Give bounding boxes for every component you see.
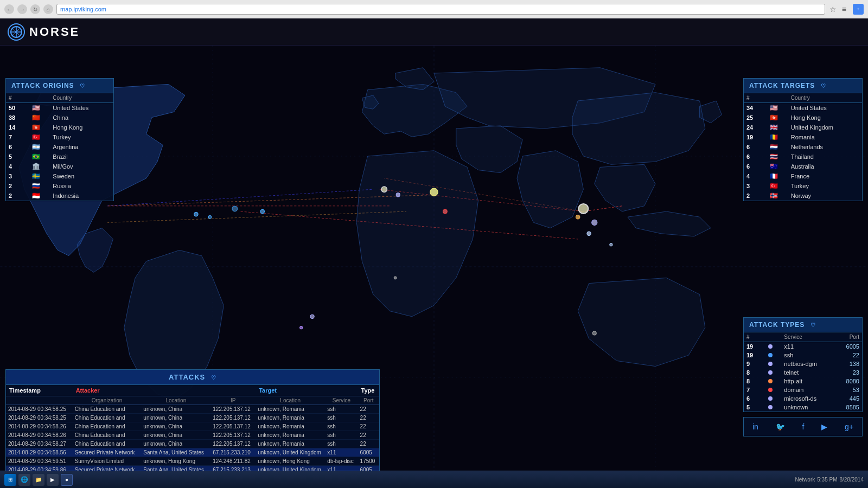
list-item[interactable]: 34 🇺🇸 United States bbox=[744, 103, 862, 113]
count-cell: 2 bbox=[6, 191, 29, 201]
list-item[interactable]: 3 🇹🇷 Turkey bbox=[744, 181, 862, 191]
list-item[interactable]: 9 netbios-dgm 138 bbox=[744, 359, 862, 368]
linkedin-icon[interactable]: in bbox=[752, 422, 758, 431]
reload-button[interactable]: ↻ bbox=[30, 4, 40, 14]
home-button[interactable]: ⌂ bbox=[43, 4, 53, 14]
menu-icon[interactable]: ≡ bbox=[842, 5, 846, 14]
country-cell: Australia bbox=[788, 162, 862, 171]
youtube-icon[interactable]: ▶ bbox=[821, 422, 827, 431]
attack-origins-toggle[interactable]: ♡ bbox=[80, 83, 85, 89]
list-item[interactable]: 6 microsoft-ds 445 bbox=[744, 394, 862, 403]
list-item[interactable]: 25 🇭🇰 Hong Kong bbox=[744, 113, 862, 123]
table-row[interactable]: 2014-08-29 00:34:59.51 SunnyVision Limit… bbox=[6, 457, 379, 466]
table-row[interactable]: 2014-08-29 00:34:58.25 China Education a… bbox=[6, 414, 379, 422]
ip-cell: 124.248.211.82 bbox=[210, 457, 256, 466]
list-item[interactable]: 2 🇷🇺 Russia bbox=[6, 181, 113, 191]
attack-targets-panel: ATTACK TARGETS ♡ # Country 34 🇺🇸 United … bbox=[743, 78, 863, 201]
list-item[interactable]: 6 🇹🇭 Thailand bbox=[744, 152, 862, 162]
attack-targets-header: ATTACK TARGETS ♡ bbox=[744, 79, 862, 93]
extension-button[interactable]: + bbox=[853, 4, 864, 15]
count-cell: 9 bbox=[744, 359, 765, 368]
table-row[interactable]: 2014-08-29 00:34:58.56 Secured Private N… bbox=[6, 448, 379, 457]
bookmark-icon[interactable]: ☆ bbox=[829, 5, 837, 14]
service-cell: unknown bbox=[781, 403, 835, 412]
taskbar: ⊞ 🌐 📁 ▶ ● Network 5:35 PM 8/28/2014 bbox=[0, 471, 868, 488]
attack-targets-title: ATTACK TARGETS bbox=[749, 82, 815, 89]
attacks-toggle[interactable]: ♡ bbox=[211, 375, 216, 381]
list-item[interactable]: 2 🇳🇴 Norway bbox=[744, 191, 862, 201]
list-item[interactable]: 3 🇸🇪 Sweden bbox=[6, 171, 113, 181]
list-item[interactable]: 8 http-alt 8080 bbox=[744, 377, 862, 386]
chrome-button[interactable]: ● bbox=[61, 474, 73, 486]
flag-cell: 🇫🇷 bbox=[767, 171, 788, 181]
tloc-cell: unknown, Romania bbox=[256, 440, 325, 448]
table-row[interactable]: 2014-08-29 00:34:58.26 China Education a… bbox=[6, 422, 379, 431]
ie-button[interactable]: 🌐 bbox=[18, 474, 30, 486]
table-row[interactable]: 2014-08-29 00:34:58.25 China Education a… bbox=[6, 405, 379, 414]
dot-cell bbox=[765, 386, 782, 394]
list-item[interactable]: 14 🇭🇰 Hong Kong bbox=[6, 123, 113, 132]
list-item[interactable]: 19 ssh 22 bbox=[744, 351, 862, 359]
ip-cell: 122.205.137.12 bbox=[210, 422, 256, 431]
logo-text: NORSE bbox=[29, 25, 80, 39]
start-button[interactable]: ⊞ bbox=[4, 474, 16, 486]
list-item[interactable]: 6 🇦🇺 Australia bbox=[744, 162, 862, 171]
table-row[interactable]: 2014-08-29 00:34:58.27 China Education a… bbox=[6, 440, 379, 448]
org-cell: China Education and bbox=[73, 431, 142, 440]
googleplus-icon[interactable]: g+ bbox=[845, 422, 853, 431]
svg-point-25 bbox=[396, 192, 400, 197]
svg-point-27 bbox=[578, 203, 589, 214]
table-row[interactable]: 2014-08-29 00:34:58.26 China Education a… bbox=[6, 431, 379, 440]
attacks-table-container: Timestamp Attacker Target Type Organizat… bbox=[6, 385, 379, 474]
port-cell: 17500 bbox=[358, 457, 379, 466]
list-item[interactable]: 2 🇮🇩 Indonesia bbox=[6, 191, 113, 201]
attack-types-toggle[interactable]: ♡ bbox=[810, 322, 816, 328]
list-item[interactable]: 50 🇺🇸 United States bbox=[6, 103, 113, 113]
flag-cell: 🇬🇧 bbox=[767, 123, 788, 132]
org-cell: Secured Private Network bbox=[73, 448, 142, 457]
port-cell: 8585 bbox=[835, 403, 862, 412]
count-cell: 4 bbox=[744, 171, 767, 181]
count-cell: 2 bbox=[744, 191, 767, 201]
country-cell: China bbox=[50, 113, 113, 123]
count-cell: 4 bbox=[6, 162, 29, 171]
list-item[interactable]: 19 x11 6005 bbox=[744, 342, 862, 351]
sub-organization: Organization bbox=[73, 396, 142, 405]
count-cell: 50 bbox=[6, 103, 29, 113]
list-item[interactable]: 38 🇨🇳 China bbox=[6, 113, 113, 123]
tloc-cell: unknown, Hong Kong bbox=[256, 457, 325, 466]
org-cell: China Education and bbox=[73, 422, 142, 431]
dot-cell bbox=[765, 368, 782, 377]
ts-cell: 2014-08-29 00:34:58.26 bbox=[6, 422, 73, 431]
address-bar[interactable]: map.ipviking.com bbox=[56, 4, 825, 15]
list-item[interactable]: 7 domain 53 bbox=[744, 386, 862, 394]
twitter-icon[interactable]: 🐦 bbox=[776, 422, 785, 431]
port-cell: 8080 bbox=[835, 377, 862, 386]
list-item[interactable]: 5 🇧🇷 Brazil bbox=[6, 152, 113, 162]
tloc-cell: unknown, United Kingdom bbox=[256, 448, 325, 457]
back-button[interactable]: ← bbox=[4, 4, 14, 14]
list-item[interactable]: 19 🇷🇴 Romania bbox=[744, 132, 862, 142]
aloc-cell: unknown, China bbox=[141, 405, 210, 414]
explorer-button[interactable]: 📁 bbox=[33, 474, 44, 486]
list-item[interactable]: 6 🇳🇱 Netherlands bbox=[744, 142, 862, 152]
country-cell: Hong Kong bbox=[788, 113, 862, 123]
svg-point-32 bbox=[443, 209, 448, 214]
list-item[interactable]: 5 unknown 8585 bbox=[744, 403, 862, 412]
country-cell: Turkey bbox=[50, 132, 113, 142]
list-item[interactable]: 6 🇦🇷 Argentina bbox=[6, 142, 113, 152]
list-item[interactable]: 4 🏛️ Mil/Gov bbox=[6, 162, 113, 171]
media-button[interactable]: ▶ bbox=[47, 474, 59, 486]
aloc-cell: unknown, China bbox=[141, 431, 210, 440]
norse-logo: NORSE bbox=[8, 23, 80, 41]
list-item[interactable]: 4 🇫🇷 France bbox=[744, 171, 862, 181]
list-item[interactable]: 7 🇹🇷 Turkey bbox=[6, 132, 113, 142]
list-item[interactable]: 24 🇬🇧 United Kingdom bbox=[744, 123, 862, 132]
list-item[interactable]: 8 telnet 23 bbox=[744, 368, 862, 377]
svg-point-30 bbox=[310, 314, 315, 319]
forward-button[interactable]: → bbox=[17, 4, 27, 14]
svg-point-23 bbox=[208, 215, 212, 219]
attack-targets-toggle[interactable]: ♡ bbox=[821, 83, 826, 89]
aloc-cell: unknown, China bbox=[141, 440, 210, 448]
facebook-icon[interactable]: f bbox=[802, 422, 805, 431]
